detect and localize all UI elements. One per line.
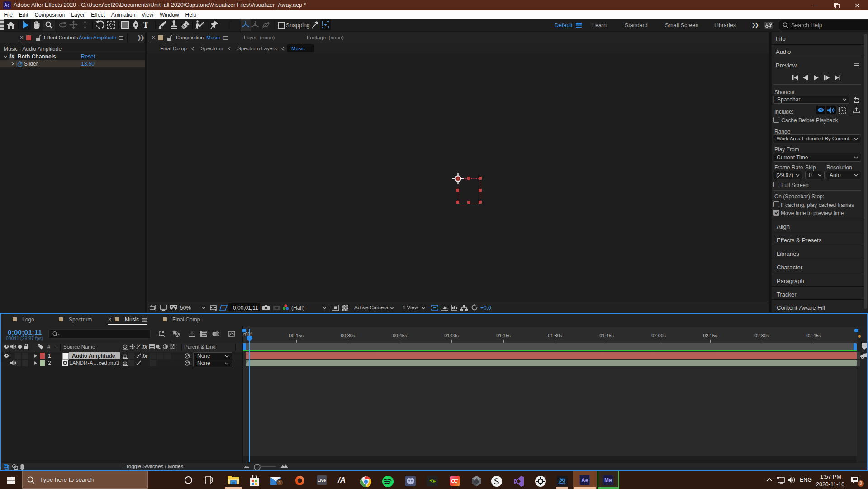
svg-text:1: 1: [279, 480, 281, 485]
